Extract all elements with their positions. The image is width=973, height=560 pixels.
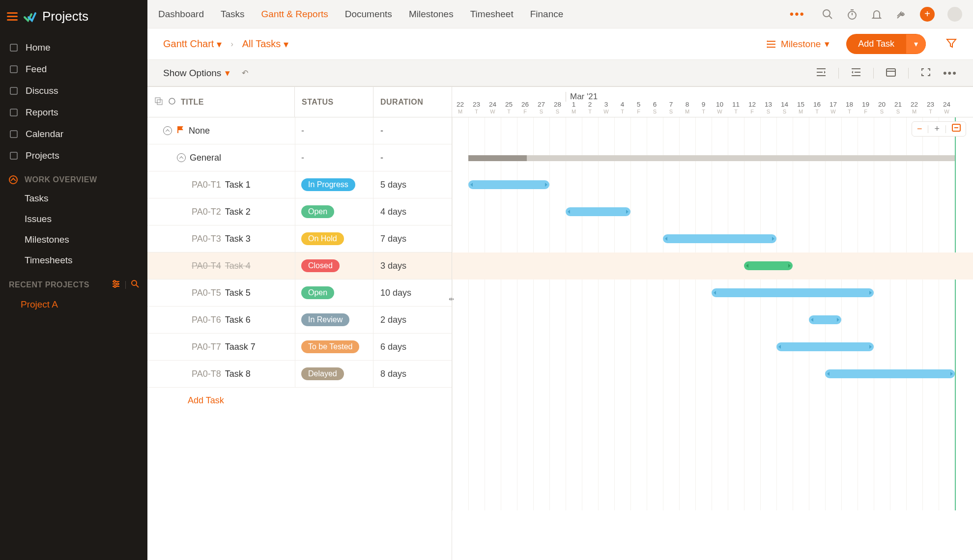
sidebar-nav-calendar[interactable]: Calendar bbox=[0, 123, 147, 145]
gantt-bar[interactable] bbox=[825, 369, 955, 378]
sidebar-nav-projects[interactable]: Projects bbox=[0, 145, 147, 167]
sidebar-nav-home[interactable]: Home bbox=[0, 37, 147, 58]
status-pill[interactable]: On Hold bbox=[301, 232, 344, 245]
task-row[interactable]: PA0-T6 Task 6 In Review 2 days bbox=[147, 307, 452, 334]
gantt-bar[interactable] bbox=[744, 261, 793, 270]
task-name: Taask 7 bbox=[225, 342, 256, 352]
day-header: 26F bbox=[517, 101, 533, 117]
day-header: 24W bbox=[485, 101, 501, 117]
timer-icon[interactable] bbox=[846, 8, 858, 20]
tab-documents[interactable]: Documents bbox=[345, 9, 392, 20]
settings-sliders-icon[interactable] bbox=[112, 280, 120, 290]
group-row-none[interactable]: None -- bbox=[147, 117, 452, 144]
gantt-bar[interactable] bbox=[468, 180, 549, 189]
indent-left-icon[interactable] bbox=[816, 67, 827, 79]
filter-icon[interactable] bbox=[945, 37, 957, 51]
gantt-bar[interactable] bbox=[566, 207, 630, 216]
more-nav-icon[interactable]: ••• bbox=[790, 7, 805, 21]
sidebar-item-milestones[interactable]: Milestones bbox=[0, 229, 147, 250]
tab-gantt-reports[interactable]: Gantt & Reports bbox=[261, 9, 328, 20]
day-header: 4T bbox=[614, 101, 630, 117]
status-pill[interactable]: Open bbox=[301, 205, 334, 218]
sub-header: Gantt Chart▾ › All Tasks▾ Milestone▾ Add… bbox=[147, 28, 973, 60]
task-code: PA0-T1 bbox=[192, 180, 221, 190]
search-icon[interactable] bbox=[822, 8, 833, 20]
status-pill[interactable]: In Progress bbox=[301, 178, 355, 191]
undo-icon[interactable]: ↶ bbox=[242, 68, 248, 78]
col-title: TITLE bbox=[181, 98, 204, 107]
sidebar-item-issues[interactable]: Issues bbox=[0, 209, 147, 229]
tab-milestones[interactable]: Milestones bbox=[409, 9, 454, 20]
sidebar-item-timesheets[interactable]: Timesheets bbox=[0, 250, 147, 271]
milestone-selector[interactable]: Milestone▾ bbox=[766, 38, 830, 50]
add-task-button[interactable]: Add Task ▾ bbox=[846, 34, 926, 54]
fullscreen-icon[interactable] bbox=[920, 67, 931, 79]
task-row[interactable]: PA0-T4 Task 4 Closed 3 days bbox=[147, 252, 452, 280]
more-icon[interactable]: ••• bbox=[943, 67, 957, 80]
expand-icon[interactable] bbox=[154, 97, 163, 108]
filter-selector[interactable]: All Tasks▾ bbox=[242, 38, 289, 50]
divider bbox=[125, 281, 126, 289]
day-header: 28S bbox=[549, 101, 566, 117]
add-button[interactable]: + bbox=[920, 7, 935, 22]
task-row[interactable]: PA0-T2 Task 2 Open 4 days bbox=[147, 198, 452, 225]
day-header: 10W bbox=[712, 101, 728, 117]
gantt-bar[interactable] bbox=[809, 315, 841, 324]
sidebar-nav-reports[interactable]: Reports bbox=[0, 102, 147, 123]
bell-icon[interactable] bbox=[871, 8, 883, 20]
status-pill[interactable]: To be Tested bbox=[301, 340, 359, 353]
today-icon[interactable] bbox=[886, 67, 896, 79]
day-header: 27S bbox=[533, 101, 549, 117]
nav-icon bbox=[9, 64, 19, 74]
add-task-link[interactable]: Add Task bbox=[147, 388, 452, 414]
day-header: 9T bbox=[695, 101, 712, 117]
indent-right-icon[interactable] bbox=[851, 67, 861, 79]
tab-timesheet[interactable]: Timesheet bbox=[470, 9, 514, 20]
chevron-down-icon: ▾ bbox=[825, 38, 830, 50]
duration: 10 days bbox=[373, 288, 452, 298]
work-overview-header[interactable]: WORK OVERVIEW bbox=[0, 167, 147, 188]
recent-project[interactable]: Project A bbox=[0, 294, 147, 315]
hamburger-icon[interactable] bbox=[7, 12, 18, 21]
gantt-chart[interactable]: Mar '21 22M23T24W25T26F27S28S1M2T3W4T5F6… bbox=[452, 87, 973, 560]
month-label: Mar '21 bbox=[570, 92, 598, 102]
task-row[interactable]: PA0-T7 Taask 7 To be Tested 6 days bbox=[147, 334, 452, 361]
gantt-bar[interactable] bbox=[663, 234, 776, 243]
tab-finance[interactable]: Finance bbox=[530, 9, 564, 20]
gantt-bar[interactable] bbox=[712, 288, 874, 297]
fit-icon[interactable] bbox=[952, 124, 961, 134]
zoom-in-icon[interactable]: + bbox=[934, 124, 940, 134]
user-avatar[interactable] bbox=[947, 7, 962, 22]
status-pill[interactable]: In Review bbox=[301, 313, 349, 326]
sidebar-item-tasks[interactable]: Tasks bbox=[0, 188, 147, 209]
status-pill[interactable]: Delayed bbox=[301, 367, 344, 380]
work-overview-title: WORK OVERVIEW bbox=[25, 175, 97, 184]
collapse-icon[interactable] bbox=[177, 153, 186, 162]
task-code: PA0-T7 bbox=[192, 342, 221, 352]
zoom-controls: − + bbox=[912, 121, 966, 137]
collapse-icon[interactable] bbox=[163, 126, 172, 135]
col-status: STATUS bbox=[302, 98, 334, 107]
status-pill[interactable]: Open bbox=[301, 286, 334, 299]
sidebar-nav-discuss[interactable]: Discuss bbox=[0, 80, 147, 102]
zoom-out-icon[interactable]: − bbox=[917, 124, 922, 134]
task-row[interactable]: PA0-T1 Task 1 In Progress 5 days bbox=[147, 171, 452, 198]
sidebar-nav-feed[interactable]: Feed bbox=[0, 58, 147, 80]
tab-tasks[interactable]: Tasks bbox=[221, 9, 245, 20]
tab-dashboard[interactable]: Dashboard bbox=[158, 9, 204, 20]
recent-title: RECENT PROJECTS bbox=[9, 280, 89, 289]
task-row[interactable]: PA0-T3 Task 3 On Hold 7 days bbox=[147, 225, 452, 252]
task-row[interactable]: PA0-T8 Task 8 Delayed 8 days bbox=[147, 361, 452, 388]
task-row[interactable]: PA0-T5 Task 5 Open 10 days bbox=[147, 280, 452, 307]
tools-icon[interactable] bbox=[895, 8, 907, 20]
day-header: 2T bbox=[582, 101, 598, 117]
group-row-general[interactable]: General -- bbox=[147, 144, 452, 171]
show-options[interactable]: Show Options▾ bbox=[163, 67, 230, 79]
status-pill[interactable]: Closed bbox=[301, 259, 340, 272]
chevron-down-icon[interactable]: ▾ bbox=[906, 34, 926, 54]
view-selector[interactable]: Gantt Chart▾ bbox=[163, 38, 222, 50]
search-icon[interactable] bbox=[131, 280, 140, 290]
flag-icon[interactable] bbox=[168, 97, 176, 107]
gantt-bar[interactable] bbox=[776, 342, 874, 351]
task-name: Task 3 bbox=[225, 234, 251, 244]
